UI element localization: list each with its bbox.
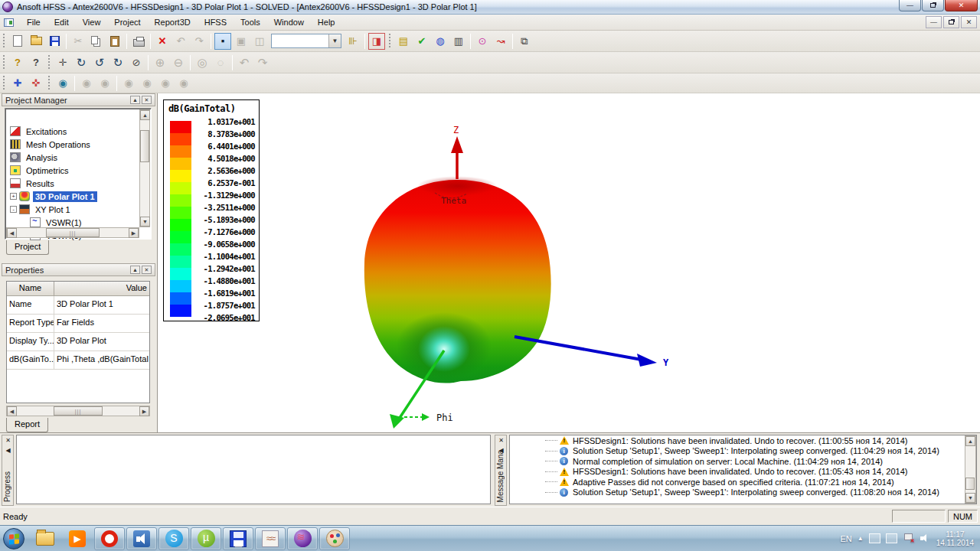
child-restore-button[interactable] <box>943 16 959 28</box>
paste-button[interactable] <box>106 33 123 50</box>
tree-item-excitations[interactable]: Excitations <box>10 125 154 138</box>
show-all-button[interactable]: ◉ <box>157 75 174 92</box>
toolbar-grip[interactable] <box>388 34 392 49</box>
action-center-flag-icon[interactable] <box>903 533 914 543</box>
speaker-tray-icon[interactable] <box>920 533 931 543</box>
menu-edit[interactable]: Edit <box>47 15 76 29</box>
validation-button[interactable]: ▤ <box>395 33 412 50</box>
fit-selection-button[interactable]: ◌ <box>212 54 229 71</box>
polar-pattern-3d-view[interactable]: Z Theta Y Phi <box>158 93 980 432</box>
cs-xy-button[interactable]: ✚ <box>9 75 26 92</box>
table-row[interactable]: Report Type Far Fields <box>7 315 149 333</box>
hide-all-button[interactable]: ◉ <box>175 75 192 92</box>
tab-report[interactable]: Report <box>6 418 48 432</box>
project-manager-header[interactable]: Project Manager ▲ ✕ <box>2 93 155 106</box>
table-row[interactable]: Name 3D Polar Plot 1 <box>7 296 149 315</box>
message-vertical-scrollbar[interactable]: ▲ ▼ <box>965 435 976 504</box>
taskbar-volume-app-button[interactable] <box>126 527 157 550</box>
properties-hscroll-thumb[interactable]: ||| <box>54 406 103 416</box>
properties-horizontal-scrollbar[interactable]: ◀ ||| ▶ <box>6 406 150 416</box>
scroll-up-icon[interactable]: ▲ <box>140 110 150 120</box>
panel-close-icon[interactable]: ✕ <box>497 437 505 445</box>
select-object-button[interactable]: ▪ <box>214 33 231 50</box>
cut-button[interactable]: ✂ <box>70 33 87 50</box>
minimize-button[interactable]: — <box>899 0 921 11</box>
context-help-button[interactable]: ? <box>28 54 44 71</box>
scroll-left-icon[interactable]: ◀ <box>7 228 17 238</box>
tablet-input-tray-icon[interactable] <box>869 533 880 543</box>
taskbar-utorrent-button[interactable]: µ <box>191 527 221 550</box>
tree-vertical-scrollbar[interactable]: ▲ ▼ <box>139 109 150 227</box>
combobox-dropdown-button[interactable]: ▼ <box>328 34 341 47</box>
show-objects-button[interactable]: ◉ <box>78 75 95 92</box>
message-scroll-thumb[interactable] <box>965 478 975 490</box>
panel-dock-icon[interactable]: ◀ <box>4 447 12 455</box>
tab-project[interactable]: Project <box>6 240 49 255</box>
taskbar-paint-button[interactable] <box>319 527 350 550</box>
menu-view[interactable]: View <box>76 15 108 29</box>
pan-button[interactable]: ✛ <box>54 54 71 71</box>
scroll-up-icon[interactable]: ▲ <box>965 436 975 446</box>
restore-button[interactable] <box>922 0 944 11</box>
menu-file[interactable]: File <box>20 15 47 29</box>
toolbar-grip[interactable] <box>2 55 6 70</box>
taskbar-skype-button[interactable]: S <box>158 527 189 550</box>
menu-report3d[interactable]: Report3D <box>148 15 198 29</box>
hide-selection-button[interactable]: ◉ <box>139 75 155 92</box>
print-button[interactable] <box>130 33 147 50</box>
show-selection-button[interactable]: ◉ <box>120 75 137 92</box>
select-edge-button[interactable]: ◫ <box>251 33 268 50</box>
solution-data-button[interactable]: ▥ <box>450 33 467 50</box>
panel-collapse-button[interactable]: ▲ <box>130 96 140 104</box>
toolbar-grip[interactable] <box>2 76 6 91</box>
scroll-left-icon[interactable]: ◀ <box>7 406 17 416</box>
save-button[interactable] <box>46 33 63 50</box>
plot-view[interactable]: Z Theta Y Phi dB(GainTotal) <box>157 93 980 432</box>
rotate-model-button[interactable]: ↺ <box>91 54 108 71</box>
cs-yz-button[interactable]: ✜ <box>28 75 44 92</box>
visibility-button[interactable]: ◉ <box>54 75 71 92</box>
child-minimize-button[interactable]: — <box>926 16 942 28</box>
network-tray-icon[interactable] <box>886 533 897 543</box>
tree-item-3d-polar-plot-1[interactable]: +3D Polar Plot 1 <box>10 190 154 203</box>
table-row[interactable]: Display Ty... 3D Polar Plot <box>7 333 149 351</box>
delete-button[interactable]: ✕ <box>154 33 171 50</box>
close-button[interactable]: ✕ <box>945 0 978 11</box>
undo-button[interactable]: ↶ <box>172 33 189 50</box>
hide-objects-button[interactable]: ◉ <box>96 75 113 92</box>
validate-check-button[interactable]: ✔ <box>413 33 430 50</box>
scroll-right-icon[interactable]: ▶ <box>129 228 139 238</box>
taskbar-sketch-app-button[interactable]: ≈≈ <box>255 527 286 550</box>
scroll-down-icon[interactable]: ▼ <box>140 217 150 227</box>
tree-item-xy-plot-1[interactable]: -XY Plot 1 <box>10 203 154 216</box>
help-topics-button[interactable]: ? <box>9 54 26 71</box>
select-face-button[interactable]: ▣ <box>233 33 250 50</box>
view-redo-button[interactable]: ↷ <box>254 54 271 71</box>
zoom-in-button[interactable]: ⊕ <box>152 54 168 71</box>
copy-button[interactable] <box>88 33 105 50</box>
show-hidden-icons-button[interactable]: ▲ <box>858 535 864 542</box>
dynamic-zoom-button[interactable]: ⊘ <box>128 54 145 71</box>
panel-collapse-button[interactable]: ▲ <box>130 266 140 274</box>
solve-monitor-button[interactable]: ◍ <box>432 33 449 50</box>
tree-hscroll-thumb[interactable]: ||| <box>46 228 100 237</box>
toolbar-grip[interactable] <box>2 34 6 49</box>
menu-hfss[interactable]: HFSS <box>198 15 234 29</box>
properties-header[interactable]: Properties ▲ ✕ <box>2 263 155 276</box>
menu-window[interactable]: Window <box>267 15 311 29</box>
panel-close-button[interactable]: ✕ <box>142 96 152 104</box>
view-undo-button[interactable]: ↶ <box>236 54 253 71</box>
child-close-button[interactable]: ✕ <box>961 16 977 28</box>
toolbar-grip[interactable] <box>47 76 51 91</box>
rotate-center-button[interactable]: ↻ <box>73 54 90 71</box>
toolbar-grip[interactable] <box>47 55 51 70</box>
panel-close-button[interactable]: ✕ <box>142 266 152 274</box>
solution-tree-button[interactable]: ⊪ <box>345 33 361 50</box>
expand-plus-icon[interactable]: + <box>10 193 17 200</box>
analyze-button[interactable]: ◨ <box>368 33 385 50</box>
material-combobox[interactable]: ▼ <box>271 34 341 48</box>
taskbar-opera-button[interactable] <box>94 527 125 550</box>
rotate-screen-button[interactable]: ↻ <box>109 54 126 71</box>
collapse-minus-icon[interactable]: - <box>10 206 17 213</box>
tree-scroll-thumb[interactable] <box>140 130 149 162</box>
